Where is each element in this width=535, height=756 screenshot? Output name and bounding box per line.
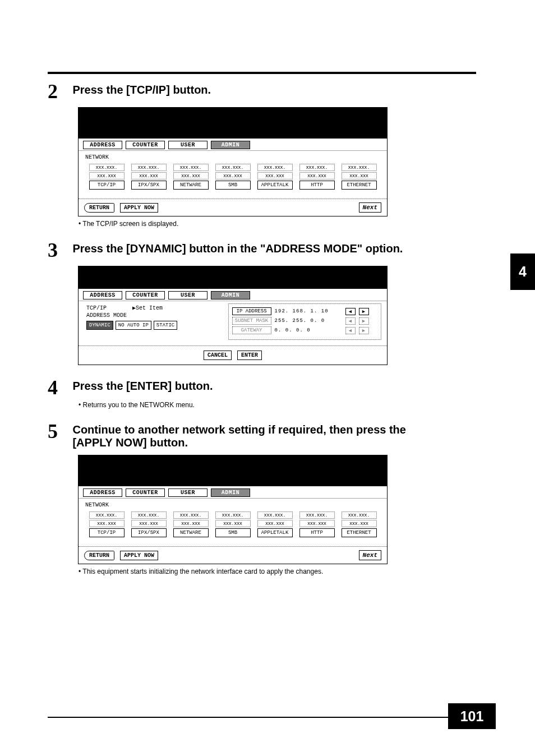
screenshot-blackbar <box>79 108 387 139</box>
ip-settings-block: IP ADDRESS 192. 168. 1. 10 ◀ ▶ SUBNET MA… <box>228 303 381 340</box>
tab-row: ADDRESS COUNTER USER ADMIN <box>79 289 387 301</box>
bottom-bar: RETURN APPLY NOW Next <box>79 199 387 216</box>
top-rule <box>48 72 476 74</box>
tab-admin[interactable]: ADMIN <box>211 488 250 497</box>
next-button[interactable]: Next <box>359 550 381 560</box>
step-title: Press the [ENTER] button. <box>72 380 213 393</box>
tab-counter[interactable]: COUNTER <box>126 488 165 497</box>
step5-bullet: This equipment starts initializing the n… <box>79 568 418 575</box>
tab-row: ADDRESS COUNTER USER ADMIN <box>79 139 387 150</box>
step-number: 5 <box>48 421 70 441</box>
screenshot-network-2: ADDRESS COUNTER USER ADMIN NETWORK XXX.X… <box>78 455 388 564</box>
step-number: 2 <box>48 81 70 102</box>
proto-ipxspx[interactable]: XXX.XXX. XXX.XXX IPX/SPX <box>131 511 167 537</box>
screen-body: NETWORK XXX.XXX. XXX.XXX TCP/IP XXX.XXX.… <box>79 150 387 199</box>
static-button[interactable]: STATIC <box>154 321 177 330</box>
cancel-button[interactable]: CANCEL <box>204 351 232 360</box>
no-auto-ip-button[interactable]: NO AUTO IP <box>116 321 151 330</box>
apply-now-button[interactable]: APPLY NOW <box>120 551 158 560</box>
protocol-row: XXX.XXX. XXX.XXX TCP/IP XXX.XXX. XXX.XXX… <box>84 511 381 537</box>
tab-row: ADDRESS COUNTER USER ADMIN <box>79 486 387 498</box>
screen-label-network: NETWORK <box>85 502 381 508</box>
subnet-mask-value: 255. 255. 0. 0 <box>275 318 342 324</box>
return-button[interactable]: RETURN <box>84 551 114 560</box>
screenshot-network-1: ADDRESS COUNTER USER ADMIN NETWORK XXX.X… <box>78 107 388 216</box>
proto-ethernet[interactable]: XXX.XXX. XXX.XXX ETHERNET <box>342 164 377 190</box>
row-subnet-mask: SUBNET MASK 255. 255. 0. 0 ◀ ▶ <box>232 317 377 325</box>
arrow-left-icon[interactable]: ◀ <box>345 327 356 334</box>
proto-ethernet[interactable]: XXX.XXX. XXX.XXX ETHERNET <box>342 511 377 537</box>
footer-rule <box>48 717 448 718</box>
step-4: 4 Press the [ENTER] button. Returns you … <box>48 377 418 409</box>
step-2: 2 Press the [TCP/IP] button. ADDRESS COU… <box>48 81 418 228</box>
page-number: 101 <box>448 703 496 729</box>
step-number: 3 <box>48 240 70 260</box>
gateway-label[interactable]: GATEWAY <box>232 326 271 334</box>
dynamic-button[interactable]: DYNAMIC <box>86 321 113 330</box>
step-title: Press the [DYNAMIC] button in the "ADDRE… <box>72 242 403 255</box>
proto-netware[interactable]: XXX.XXX. XXX.XXX NETWARE <box>173 511 209 537</box>
proto-tcpip[interactable]: XXX.XXX. XXX.XXX TCP/IP <box>89 164 124 190</box>
step-5: 5 Continue to another network setting if… <box>48 421 418 575</box>
screenshot-blackbar <box>79 266 387 289</box>
protocol-row: XXX.XXX. XXX.XXX TCP/IP XXX.XXX. XXX.XXX… <box>84 164 381 190</box>
arrow-left-icon[interactable]: ◀ <box>345 317 356 325</box>
tab-admin[interactable]: ADMIN <box>211 141 250 149</box>
step-number: 4 <box>48 377 70 398</box>
next-button[interactable]: Next <box>359 202 381 213</box>
arrow-left-icon[interactable]: ◀ <box>345 308 356 315</box>
step4-bullet: Returns you to the NETWORK menu. <box>79 401 418 409</box>
proto-netware[interactable]: XXX.XXX. XXX.XXX NETWARE <box>173 164 209 190</box>
screenshot-tcpip: ADDRESS COUNTER USER ADMIN TCP/IP ▶Set I… <box>78 266 388 365</box>
gateway-value: 0. 0. 0. 0 <box>275 328 342 333</box>
arrow-right-icon[interactable]: ▶ <box>359 327 369 334</box>
arrow-right-icon[interactable]: ▶ <box>359 317 369 325</box>
proto-smb[interactable]: XXX.XXX. XXX.XXX SMB <box>215 164 251 190</box>
proto-http[interactable]: XXX.XXX. XXX.XXX HTTP <box>299 164 335 190</box>
cancel-enter-row: CANCEL ENTER <box>79 345 387 365</box>
row-ip-address: IP ADDRESS 192. 168. 1. 10 ◀ ▶ <box>232 307 377 315</box>
tab-user[interactable]: USER <box>168 291 207 299</box>
tab-counter[interactable]: COUNTER <box>126 291 165 299</box>
row-gateway: GATEWAY 0. 0. 0. 0 ◀ ▶ <box>232 326 377 334</box>
enter-button[interactable]: ENTER <box>237 351 262 360</box>
ip-address-label[interactable]: IP ADDRESS <box>232 307 271 315</box>
tab-user[interactable]: USER <box>168 488 207 497</box>
proto-smb[interactable]: XXX.XXX. XXX.XXX SMB <box>215 511 251 537</box>
screen-body: NETWORK XXX.XXX. XXX.XXX TCP/IP XXX.XXX.… <box>79 498 387 546</box>
proto-appletalk[interactable]: XXX.XXX. XXX.XXX APPLETALK <box>257 164 293 190</box>
bottom-bar: RETURN APPLY NOW Next <box>79 546 387 564</box>
apply-now-button[interactable]: APPLY NOW <box>120 203 158 213</box>
subnet-mask-label[interactable]: SUBNET MASK <box>232 317 271 325</box>
tab-user[interactable]: USER <box>168 141 207 149</box>
step-title: Continue to another network setting if r… <box>72 423 414 449</box>
proto-appletalk[interactable]: XXX.XXX. XXX.XXX APPLETALK <box>257 511 293 537</box>
content-column: 2 Press the [TCP/IP] button. ADDRESS COU… <box>48 81 418 588</box>
step-3: 3 Press the [DYNAMIC] button in the "ADD… <box>48 240 418 365</box>
address-mode-row: DYNAMIC NO AUTO IP STATIC <box>86 321 224 330</box>
tab-address[interactable]: ADDRESS <box>83 488 122 497</box>
mode-label: ADDRESS MODE <box>86 312 224 319</box>
return-button[interactable]: RETURN <box>84 203 114 213</box>
tab-counter[interactable]: COUNTER <box>126 141 165 149</box>
tab-address[interactable]: ADDRESS <box>83 141 122 149</box>
proto-tcpip[interactable]: XXX.XXX. XXX.XXX TCP/IP <box>89 511 124 537</box>
crumb: TCP/IP ▶Set Item <box>86 305 224 311</box>
ip-address-value: 192. 168. 1. 10 <box>275 308 342 314</box>
screenshot-blackbar <box>79 455 387 486</box>
tab-address[interactable]: ADDRESS <box>83 291 122 299</box>
step-title: Press the [TCP/IP] button. <box>72 84 211 96</box>
proto-ipxspx[interactable]: XXX.XXX. XXX.XXX IPX/SPX <box>131 164 167 190</box>
screen-body: TCP/IP ▶Set Item ADDRESS MODE DYNAMIC NO… <box>79 301 387 345</box>
tab-admin[interactable]: ADMIN <box>211 291 250 299</box>
arrow-right-icon[interactable]: ▶ <box>359 308 369 315</box>
chapter-tab: 4 <box>510 253 535 290</box>
proto-http[interactable]: XXX.XXX. XXX.XXX HTTP <box>299 511 335 537</box>
step2-bullet: The TCP/IP screen is displayed. <box>79 220 418 228</box>
screen-label-network: NETWORK <box>85 154 381 160</box>
